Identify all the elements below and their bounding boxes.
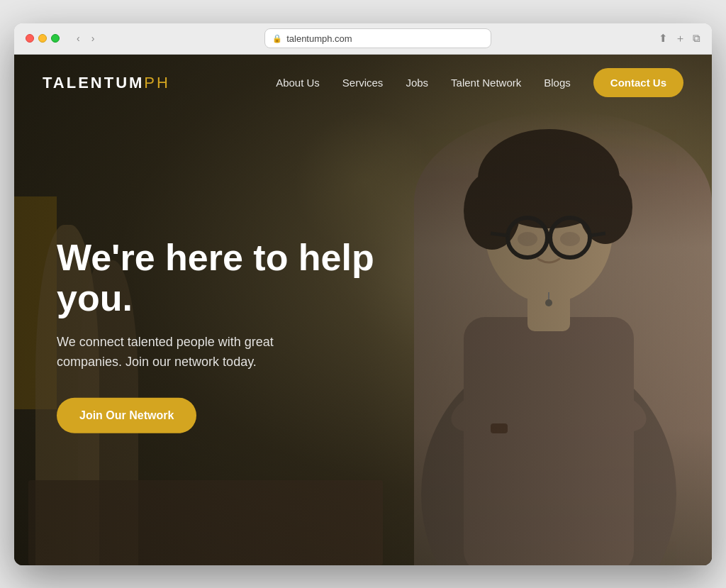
traffic-lights [26,34,60,43]
join-network-button[interactable]: Join Our Network [57,397,196,433]
browser-titlebar: ‹ › 🔒 talentumph.com ⬆ ＋ ⧉ [14,23,712,55]
windows-icon[interactable]: ⧉ [693,32,700,45]
addressbar-wrap: 🔒 talentumph.com [106,28,650,48]
nav-item-talent-network[interactable]: Talent Network [451,77,521,89]
url-text: talentumph.com [286,33,352,44]
browser-controls: ‹ › [74,31,97,45]
logo-talentum: TALENTUM [43,74,144,92]
minimize-button[interactable] [38,34,47,43]
nav-link-blogs[interactable]: Blogs [544,77,571,89]
share-icon[interactable]: ⬆ [659,32,668,45]
nav-link-about[interactable]: About Us [276,77,320,89]
nav-item-jobs[interactable]: Jobs [406,77,428,89]
nav-item-blogs[interactable]: Blogs [544,77,571,89]
nav-link-services[interactable]: Services [342,77,384,89]
browser-window: ‹ › 🔒 talentumph.com ⬆ ＋ ⧉ [14,23,712,565]
contact-us-button[interactable]: Contact Us [593,68,683,97]
nav-links: About Us Services Jobs Talent Network Bl… [276,68,683,97]
close-button[interactable] [26,34,34,43]
nav-item-services[interactable]: Services [342,77,384,89]
nav-link-jobs[interactable]: Jobs [406,77,428,89]
browser-right-icons: ⬆ ＋ ⧉ [659,32,700,45]
website: TALENTUM PH About Us Services Jobs Talen… [14,55,712,565]
address-bar[interactable]: 🔒 talentumph.com [264,28,491,48]
nav-item-about[interactable]: About Us [276,77,320,89]
hero-heading: We're here to help you. [57,237,425,318]
forward-button[interactable]: › [89,31,98,45]
maximize-button[interactable] [51,34,60,43]
logo-ph: PH [144,74,170,92]
navbar: TALENTUM PH About Us Services Jobs Talen… [14,55,712,111]
site-logo[interactable]: TALENTUM PH [43,74,170,92]
nav-link-talent-network[interactable]: Talent Network [451,77,521,89]
nav-item-contact[interactable]: Contact Us [593,68,683,97]
hero-subtext: We connect talented people with great co… [57,333,312,372]
hero-content: We're here to help you. We connect talen… [57,209,425,433]
back-button[interactable]: ‹ [74,31,83,45]
lock-icon: 🔒 [272,34,282,43]
new-tab-icon[interactable]: ＋ [675,32,686,45]
